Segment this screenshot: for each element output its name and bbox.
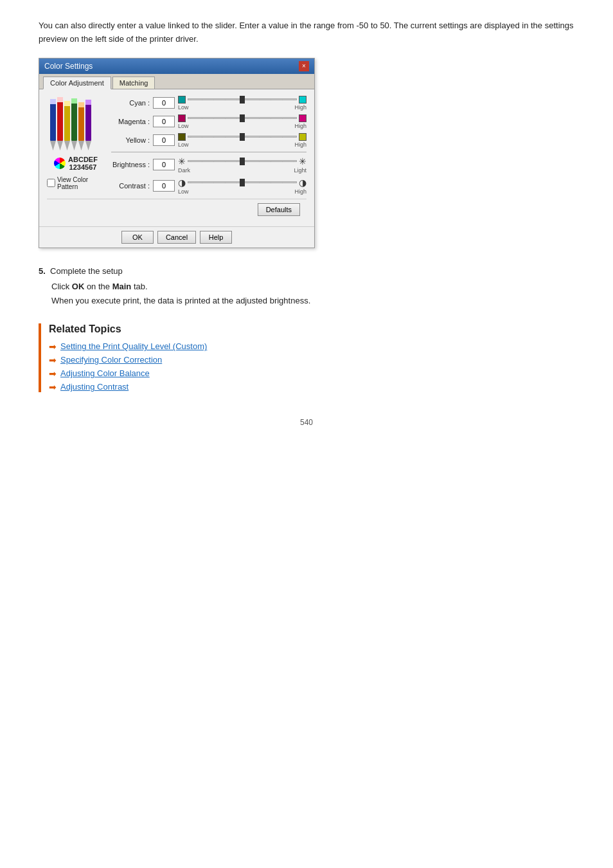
svg-rect-15 bbox=[85, 100, 91, 141]
link-contrast[interactable]: Adjusting Contrast bbox=[60, 382, 129, 392]
dialog-titlebar: Color Settings × bbox=[39, 59, 314, 74]
step5-line2: When you execute print, the data is prin… bbox=[51, 294, 574, 308]
yellow-input[interactable] bbox=[153, 134, 175, 146]
svg-marker-13 bbox=[78, 141, 84, 150]
yellow-thumb[interactable] bbox=[240, 133, 245, 141]
svg-marker-7 bbox=[64, 141, 70, 150]
contrast-label: Contrast : bbox=[111, 182, 150, 190]
contrast-input[interactable] bbox=[153, 180, 175, 192]
contrast-slider-labels: Low High bbox=[178, 188, 306, 195]
brightness-icon-left: ✳ bbox=[178, 156, 186, 167]
arrow-icon-4: ➡ bbox=[49, 382, 57, 392]
step5-number: 5. bbox=[39, 266, 46, 276]
view-color-pattern-label: View Color Pattern bbox=[57, 176, 105, 190]
color-settings-dialog: Color Settings × Color Adjustment Matchi… bbox=[39, 58, 315, 248]
yellow-track[interactable]: ·········· bbox=[188, 133, 297, 141]
link-color-balance[interactable]: Adjusting Color Balance bbox=[60, 368, 150, 378]
magenta-thumb[interactable] bbox=[240, 114, 245, 122]
svg-rect-8 bbox=[64, 101, 70, 106]
help-button[interactable]: Help bbox=[200, 231, 232, 244]
brightness-label: Brightness : bbox=[111, 161, 150, 168]
magenta-track-container: ·········· Low High bbox=[178, 114, 306, 129]
tab-color-adjustment[interactable]: Color Adjustment bbox=[43, 77, 111, 89]
dialog-defaults-row: Defaults bbox=[47, 199, 306, 220]
dialog-tabs: Color Adjustment Matching bbox=[39, 74, 314, 89]
cyan-slider-row: Cyan : ·········· bbox=[111, 96, 306, 111]
dialog-action-row: OK Cancel Help bbox=[39, 226, 314, 248]
arrow-icon-2: ➡ bbox=[49, 355, 57, 365]
svg-marker-4 bbox=[57, 141, 63, 150]
brightness-track[interactable]: ·········· bbox=[188, 158, 297, 165]
contrast-slider-row: Contrast : ◑ ·········· bbox=[111, 177, 306, 195]
cyan-input[interactable] bbox=[153, 97, 175, 109]
contrast-track[interactable]: ·········· bbox=[188, 179, 297, 186]
related-topics-heading: Related Topics bbox=[49, 323, 574, 335]
magenta-track[interactable]: ·········· bbox=[188, 114, 297, 122]
svg-rect-6 bbox=[64, 101, 70, 141]
list-item: ➡ Adjusting Contrast bbox=[49, 382, 574, 392]
view-color-pattern-checkbox[interactable] bbox=[47, 179, 55, 187]
intro-paragraph: You can also directly enter a value link… bbox=[39, 19, 574, 46]
magenta-color-left bbox=[178, 114, 186, 122]
preview-label: ABCDEF 1234567 bbox=[47, 156, 105, 171]
link-print-quality[interactable]: Setting the Print Quality Level (Custom) bbox=[60, 341, 207, 351]
cyan-color-left bbox=[178, 96, 186, 104]
svg-rect-5 bbox=[57, 97, 63, 102]
arrow-icon-3: ➡ bbox=[49, 368, 57, 379]
page-number: 540 bbox=[39, 418, 574, 427]
magenta-input[interactable] bbox=[153, 116, 175, 127]
cyan-color-right bbox=[299, 96, 306, 104]
contrast-thumb[interactable] bbox=[240, 179, 245, 186]
color-pencils-preview bbox=[47, 96, 100, 154]
brightness-track-line: ·········· bbox=[188, 160, 297, 162]
step5-section: 5. Complete the setup Click OK on the Ma… bbox=[39, 266, 574, 308]
color-circle-icon bbox=[54, 158, 66, 169]
dialog-body: ABCDEF 1234567 View Color Pattern Cyan : bbox=[39, 89, 314, 226]
cancel-button[interactable]: Cancel bbox=[157, 231, 196, 244]
brightness-slider-labels: Dark Light bbox=[178, 167, 306, 174]
svg-marker-16 bbox=[85, 141, 91, 150]
tab-matching[interactable]: Matching bbox=[112, 77, 155, 89]
ok-button[interactable]: OK bbox=[121, 231, 154, 244]
svg-rect-2 bbox=[50, 99, 56, 104]
cyan-track-line: ·········· bbox=[188, 98, 297, 100]
cyan-label: Cyan : bbox=[111, 99, 150, 107]
svg-rect-14 bbox=[78, 102, 84, 107]
svg-rect-3 bbox=[57, 97, 63, 141]
yellow-label: Yellow : bbox=[111, 136, 150, 144]
list-item: ➡ Adjusting Color Balance bbox=[49, 368, 574, 379]
yellow-slider-labels: Low High bbox=[178, 141, 306, 148]
view-color-pattern-checkbox-row[interactable]: View Color Pattern bbox=[47, 176, 105, 190]
cyan-track-container: ·········· Low High bbox=[178, 96, 306, 111]
preview-area: ABCDEF 1234567 View Color Pattern bbox=[47, 96, 105, 199]
dialog-title: Color Settings bbox=[44, 62, 93, 71]
brightness-thumb[interactable] bbox=[240, 158, 245, 165]
step5-title: Complete the setup bbox=[50, 266, 123, 276]
step5-line1: Click OK on the Main tab. bbox=[51, 280, 574, 294]
magenta-color-right bbox=[299, 114, 306, 122]
sliders-area: Cyan : ·········· bbox=[111, 96, 306, 199]
svg-rect-11 bbox=[71, 98, 77, 104]
cyan-track[interactable]: ·········· bbox=[188, 96, 297, 104]
yellow-track-line: ·········· bbox=[188, 136, 297, 138]
arrow-icon-1: ➡ bbox=[49, 341, 57, 352]
step5-heading: 5. Complete the setup bbox=[39, 266, 574, 276]
dialog-close-button[interactable]: × bbox=[299, 61, 309, 71]
brightness-track-container: ✳ ·········· ✳ bbox=[178, 156, 306, 174]
list-item: ➡ Setting the Print Quality Level (Custo… bbox=[49, 341, 574, 352]
magenta-slider-row: Magenta : ·········· bbox=[111, 114, 306, 129]
brightness-slider-row: Brightness : ✳ ·········· bbox=[111, 156, 306, 174]
svg-rect-0 bbox=[50, 99, 56, 141]
contrast-track-container: ◑ ·········· ◑ bbox=[178, 177, 306, 195]
yellow-track-container: ·········· Low High bbox=[178, 133, 306, 148]
related-topics-section: Related Topics ➡ Setting the Print Quali… bbox=[39, 323, 574, 392]
yellow-slider-row: Yellow : ·········· bbox=[111, 133, 306, 148]
svg-rect-12 bbox=[78, 102, 84, 141]
contrast-track-line: ·········· bbox=[188, 181, 297, 183]
brightness-input[interactable] bbox=[153, 159, 175, 170]
defaults-button[interactable]: Defaults bbox=[258, 203, 300, 216]
cyan-thumb[interactable] bbox=[240, 96, 245, 104]
link-color-correction[interactable]: Specifying Color Correction bbox=[60, 355, 162, 365]
main-tab-bold: Main bbox=[112, 282, 132, 291]
yellow-color-right bbox=[299, 133, 306, 141]
